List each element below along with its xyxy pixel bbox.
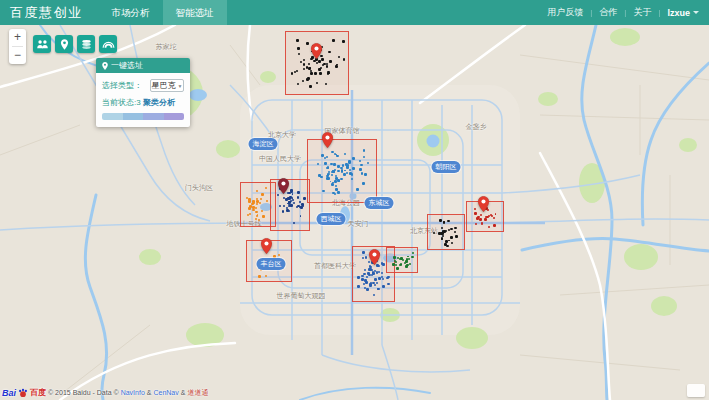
data-point — [332, 170, 335, 173]
crowd-tool-button[interactable] — [33, 35, 51, 53]
link-divider: | — [658, 8, 660, 17]
header-link-0[interactable]: 用户反馈 — [540, 6, 590, 19]
map-canvas[interactable]: 苏家坨门头沟区北京大学中国人民大学国家体育馆北海公园天安门地铁十号线金盏乡北京东… — [0, 25, 709, 400]
crowd-icon — [36, 38, 49, 51]
data-point — [300, 215, 302, 217]
data-point — [361, 275, 363, 277]
data-point — [369, 283, 372, 286]
data-point — [298, 53, 300, 55]
heatmap-tool-button[interactable] — [99, 35, 117, 53]
navinfo-link[interactable]: NavInfo — [121, 389, 145, 396]
data-point — [343, 58, 345, 60]
data-point — [362, 182, 365, 185]
data-point — [283, 205, 285, 207]
cennav-link[interactable]: CenNav — [153, 389, 178, 396]
data-point — [316, 62, 318, 64]
data-point — [322, 190, 325, 193]
data-point — [451, 242, 453, 244]
data-point — [296, 70, 298, 72]
cluster-west-navy[interactable] — [270, 179, 310, 231]
daodaotong-link[interactable]: 道道通 — [187, 388, 208, 398]
status-text: 当前状态:3 聚类分析 — [102, 97, 184, 108]
brand-type-select[interactable]: 星巴克 ▼ — [150, 79, 184, 92]
data-point — [291, 72, 294, 75]
baidu-logo-cn: 百度 — [30, 387, 46, 398]
layers-tool-button[interactable] — [77, 35, 95, 53]
cluster-haidian-blue[interactable] — [307, 139, 377, 203]
data-point — [441, 238, 443, 240]
cluster-fengtai-pin[interactable] — [261, 238, 272, 254]
data-point — [303, 68, 305, 70]
cluster-east-red-pin[interactable] — [478, 196, 489, 212]
data-point — [335, 188, 338, 191]
data-point — [363, 149, 366, 152]
type-label: 选择类型： — [102, 80, 142, 91]
cluster-south-green[interactable] — [386, 247, 418, 273]
data-point — [327, 166, 330, 169]
district-pill-东城区: 东城区 — [365, 197, 394, 209]
zoom-out-button[interactable]: − — [9, 47, 26, 64]
data-point — [343, 173, 346, 176]
tab-1[interactable]: 智能选址 — [163, 0, 227, 25]
data-point — [479, 218, 482, 221]
cluster-west-orange[interactable] — [240, 182, 276, 227]
data-point — [387, 283, 390, 286]
data-point — [328, 171, 330, 173]
data-point — [445, 240, 448, 243]
site-selection-panel: 一键选址 选择类型： 星巴克 ▼ 当前状态:3 聚类分析 — [96, 58, 190, 127]
data-point — [357, 285, 360, 288]
data-point — [335, 185, 337, 187]
data-point — [374, 278, 377, 281]
data-point — [261, 193, 264, 196]
data-point — [395, 264, 397, 266]
data-point — [387, 276, 390, 279]
data-point — [357, 276, 360, 279]
cluster-haidian-blue-pin[interactable] — [322, 132, 333, 148]
cluster-south-blue-pin[interactable] — [369, 249, 380, 265]
progress-segment-3 — [164, 113, 185, 120]
map-label-金盏乡: 金盏乡 — [466, 122, 487, 132]
user-menu[interactable]: lzxue — [660, 0, 709, 25]
data-point — [308, 63, 311, 66]
data-point — [450, 228, 453, 231]
data-point — [262, 215, 265, 218]
district-pill-海淀区: 海淀区 — [249, 138, 278, 150]
data-point — [261, 210, 263, 212]
header-link-1[interactable]: 合作 — [592, 6, 624, 19]
header-link-2[interactable]: 关于 — [626, 6, 658, 19]
zoom-in-button[interactable]: + — [9, 29, 26, 46]
data-point — [288, 210, 290, 212]
bottom-right-map-control[interactable] — [687, 384, 705, 397]
cluster-west-navy-pin[interactable] — [278, 178, 289, 194]
data-point — [493, 217, 495, 219]
panel-header[interactable]: 一键选址 — [96, 58, 190, 73]
tab-0[interactable]: 市场分析 — [99, 0, 163, 25]
cluster-east-black[interactable] — [427, 214, 465, 250]
data-point — [255, 207, 257, 209]
marker-icon — [58, 38, 71, 51]
marker-tool-button[interactable] — [55, 35, 73, 53]
data-point — [332, 39, 335, 42]
data-point — [371, 274, 373, 276]
data-point — [330, 163, 333, 166]
data-point — [258, 275, 261, 278]
data-point — [406, 258, 409, 261]
data-point — [337, 170, 340, 173]
data-point — [481, 223, 483, 225]
data-point — [297, 47, 300, 50]
cluster-north-black-pin[interactable] — [311, 43, 322, 59]
data-point — [366, 276, 368, 278]
data-point — [265, 187, 267, 189]
data-point — [367, 162, 369, 164]
data-point — [297, 83, 299, 85]
data-point — [327, 173, 329, 175]
data-point — [279, 205, 282, 208]
chevron-down-icon — [693, 11, 699, 14]
data-point — [450, 236, 453, 239]
data-point — [277, 194, 279, 196]
data-point — [344, 170, 346, 172]
data-point — [382, 285, 385, 288]
cluster-north-black[interactable] — [285, 31, 349, 95]
district-pill-西城区: 西城区 — [317, 213, 346, 225]
data-point — [252, 209, 255, 212]
